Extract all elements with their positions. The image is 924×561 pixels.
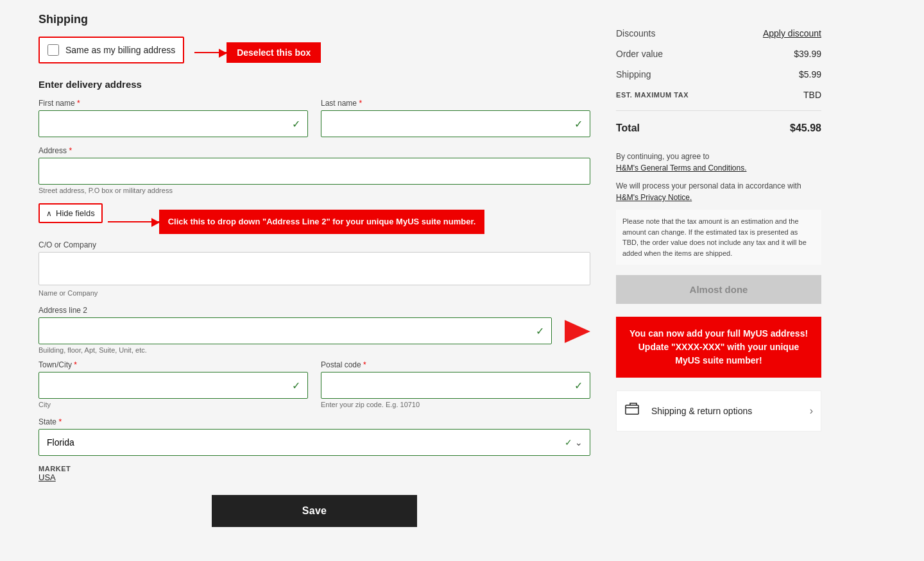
- total-value: $45.98: [790, 122, 821, 134]
- myus-tooltip: You can now add your full MyUS address! …: [616, 317, 821, 378]
- market-section: MARKET USA: [38, 465, 590, 482]
- market-label: MARKET: [38, 465, 590, 473]
- address-line2-helper: Building, floor, Apt, Suite, Unit, etc.: [38, 346, 552, 354]
- co-company-input[interactable]: [38, 252, 590, 285]
- address-input[interactable]: 4283 Express Lane: [38, 158, 590, 185]
- shipping-box-icon: [624, 400, 642, 422]
- tax-label: EST. MAXIMUM TAX: [616, 91, 689, 99]
- almost-done-button: Almost done: [616, 275, 821, 304]
- order-value-label: Order value: [616, 49, 663, 59]
- last-name-check-icon: ✓: [574, 118, 583, 130]
- privacy-text: We will process your personal data in ac…: [616, 180, 821, 203]
- last-name-input[interactable]: Last Name: [321, 110, 590, 137]
- shipping-return-row[interactable]: Shipping & return options ›: [616, 390, 821, 431]
- terms-link[interactable]: H&M's General Terms and Conditions.: [616, 163, 747, 172]
- last-name-label: Last name *: [321, 99, 590, 108]
- tax-row: EST. MAXIMUM TAX TBD: [616, 85, 821, 105]
- market-value[interactable]: USA: [38, 473, 590, 482]
- last-name-group: Last name * Last Name ✓: [321, 99, 590, 137]
- order-value-row: Order value $39.99: [616, 44, 821, 64]
- total-row: Total $45.98: [616, 116, 821, 140]
- town-label: Town/City *: [38, 360, 308, 369]
- shipping-return-left: Shipping & return options: [624, 400, 752, 422]
- state-group: State * Florida California Texas ✓ ⌄: [38, 417, 590, 456]
- discounts-row: Discounts Apply discount: [616, 23, 821, 44]
- deselect-annotation-btn[interactable]: Deselect this box: [227, 42, 321, 63]
- shipping-return-label: Shipping & return options: [651, 406, 752, 416]
- apply-discount-link[interactable]: Apply discount: [763, 28, 821, 38]
- first-name-check-icon: ✓: [292, 118, 300, 130]
- co-company-helper: Name or Company: [38, 289, 590, 297]
- save-button[interactable]: Save: [212, 495, 417, 527]
- address-line2-check-icon: ✓: [536, 325, 544, 337]
- billing-address-checkbox-wrapper: Same as my billing address: [38, 37, 184, 63]
- town-check-icon: ✓: [292, 380, 300, 392]
- privacy-link[interactable]: H&M's Privacy Notice.: [616, 193, 692, 202]
- address-line2-input[interactable]: Suite XXXX-XXX: [38, 317, 552, 344]
- shipping-value: $5.99: [799, 69, 821, 80]
- shipping-value-label: Shipping: [616, 69, 651, 80]
- billing-address-checkbox[interactable]: [47, 44, 59, 56]
- order-value: $39.99: [794, 49, 821, 59]
- co-company-group: C/O or Company Name or Company: [38, 240, 590, 297]
- town-group: Town/City * Srasota ✓ City: [38, 360, 308, 408]
- hide-fields-annotation: Click this to drop down "Address Line 2"…: [159, 210, 485, 234]
- terms-text: By continuing, you agree to H&M's Genera…: [616, 151, 821, 174]
- chevron-up-icon: ∧: [46, 209, 52, 218]
- town-input[interactable]: Srasota: [38, 372, 308, 399]
- state-select[interactable]: Florida California Texas: [38, 429, 590, 456]
- address-helper: Street address, P.O box or military addr…: [38, 187, 590, 194]
- postal-input[interactable]: 34249: [321, 372, 590, 399]
- co-company-label: C/O or Company: [38, 240, 590, 249]
- address-line2-label: Address line 2: [38, 306, 552, 315]
- town-helper: City: [38, 401, 308, 408]
- postal-group: Postal code * 34249 ✓ Enter your zip cod…: [321, 360, 590, 408]
- order-summary: Discounts Apply discount Order value $39…: [616, 13, 821, 151]
- state-label: State *: [38, 417, 590, 426]
- postal-check-icon: ✓: [574, 380, 583, 392]
- address-label: Address *: [38, 146, 590, 155]
- first-name-input[interactable]: First Name: [38, 110, 308, 137]
- hide-fields-toggle[interactable]: ∧ Hide fields: [38, 203, 103, 223]
- tax-value: TBD: [803, 90, 821, 100]
- shipping-section-title: Shipping: [38, 13, 590, 26]
- svg-rect-0: [626, 405, 638, 414]
- address-group: Address * 4283 Express Lane Street addre…: [38, 146, 590, 194]
- first-name-label: First name *: [38, 99, 308, 108]
- billing-address-label: Same as my billing address: [65, 45, 175, 55]
- first-name-group: First name * First Name ✓: [38, 99, 308, 137]
- postal-label: Postal code *: [321, 360, 590, 369]
- discounts-label: Discounts: [616, 28, 655, 38]
- hide-fields-label: Hide fields: [56, 208, 95, 218]
- tax-note: Please note that the tax amount is an es…: [616, 210, 821, 265]
- shipping-value-row: Shipping $5.99: [616, 64, 821, 85]
- postal-helper: Enter your zip code. E.g. 10710: [321, 401, 590, 408]
- chevron-right-icon: ›: [810, 405, 813, 417]
- total-label: Total: [616, 122, 640, 134]
- delivery-address-title: Enter delivery address: [38, 79, 590, 90]
